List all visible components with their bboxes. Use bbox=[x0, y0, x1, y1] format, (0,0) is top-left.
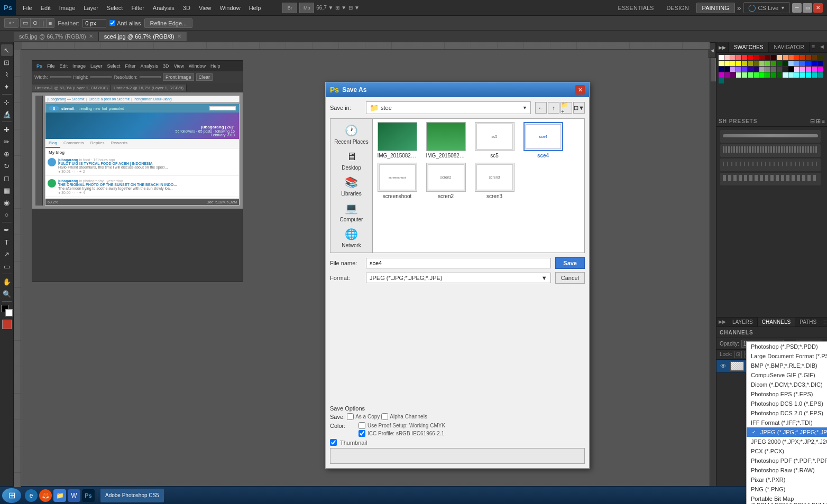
fmt-bmp-label: BMP (*.BMP;*.RLE;*.DIB) bbox=[751, 362, 817, 369]
thumbnail-row: Thumbnail bbox=[330, 439, 585, 446]
libraries-label: Libraries bbox=[341, 191, 361, 197]
fmt-psd[interactable]: Photoshop (*.PSD;*.PDD) bbox=[747, 342, 827, 351]
fmt-eps-dcs2[interactable]: Photoshop DCS 2.0 (*.EPS) bbox=[747, 408, 827, 418]
file-grid: IMG_20150821_1... IMG_20150821_1... bbox=[373, 119, 584, 253]
save-button[interactable]: Save bbox=[555, 257, 585, 269]
fmt-eps-dcs1-label: Photoshop DCS 1.0 (*.EPS) bbox=[751, 400, 823, 407]
save-in-row: Save in: 📁 stee ▼ ← ↑ 📁+ ⊡▼ bbox=[330, 101, 585, 114]
fmt-eps-dcs1[interactable]: Photoshop DCS 1.0 (*.EPS) bbox=[747, 399, 827, 408]
thumbnail-checkbox[interactable] bbox=[330, 439, 337, 446]
save-in-select[interactable]: 📁 stee ▼ bbox=[366, 101, 531, 114]
save-in-arrow[interactable]: ▼ bbox=[522, 105, 527, 110]
fmt-jpeg2000-label: JPEG 2000 (*.JPX;*.JP2;*.J2C;*.J2K;*.JPC… bbox=[751, 438, 827, 445]
computer-nav[interactable]: 💻 Computer bbox=[330, 199, 372, 225]
fmt-psb[interactable]: Large Document Format (*.PSB) bbox=[747, 351, 827, 361]
fmt-pxr-label: Pixar (*.PXR) bbox=[751, 477, 785, 483]
color-label: Color: bbox=[330, 423, 356, 429]
preview-box bbox=[330, 448, 585, 464]
cancel-button[interactable]: Cancel bbox=[555, 272, 585, 284]
file-name-label: File name: bbox=[330, 260, 362, 266]
fmt-pbm[interactable]: Portable Bit Map (*.PBM;*.PGM;*.PPM;*.PN… bbox=[747, 494, 827, 504]
file-item-1[interactable]: IMG_20150821_1... bbox=[376, 122, 418, 158]
file-item-sc5[interactable]: sc5 sc5 bbox=[473, 122, 516, 158]
save-label: Save: bbox=[330, 414, 345, 420]
fmt-iff-label: IFF Format (*.IFF;*.TDI) bbox=[751, 419, 813, 426]
file-name-sce4: sce4 bbox=[537, 153, 549, 158]
nav-back-btn[interactable]: ← bbox=[535, 102, 547, 114]
fmt-pdf-label: Photoshop PDF (*.PDF;*.PDP) bbox=[751, 458, 827, 464]
fmt-gif[interactable]: CompuServe GIF (*.GIF) bbox=[747, 370, 827, 380]
folder-icon: 📁 bbox=[370, 104, 379, 112]
file-thumb-sce4: sce4 bbox=[523, 122, 563, 151]
format-row: Format: JPEG (*.JPG;*.JPEG;*.JPE) ▼ Canc… bbox=[330, 272, 585, 284]
file-row-1: IMG_20150821_1... IMG_20150821_1... bbox=[376, 122, 581, 158]
libraries-nav[interactable]: 📚 Libraries bbox=[330, 173, 372, 199]
file-item-screenshoot[interactable]: screenshoot screenshoot bbox=[376, 163, 418, 199]
fmt-png[interactable]: PNG (*.PNG) bbox=[747, 484, 827, 494]
recent-places-label: Recent Places bbox=[334, 139, 368, 145]
embed-icc-label: ICC Profile: sRGB IEC61966-2.1 bbox=[367, 431, 444, 436]
file-item-sce4[interactable]: sce4 sce4 bbox=[522, 122, 564, 158]
file-name-scren3: scren3 bbox=[486, 193, 502, 199]
color-row: Color: Use Proof Setup: Working CMYK bbox=[330, 422, 585, 429]
recent-places-icon: 🕐 bbox=[343, 123, 360, 138]
icc-label: Use Proof Setup: Working CMYK bbox=[367, 423, 445, 428]
save-options-section: Save Options Save: As a Copy Alpha Chann… bbox=[330, 405, 585, 464]
format-dropdown: Photoshop (*.PSD;*.PDD) Large Document F… bbox=[746, 341, 827, 504]
fmt-psd-label: Photoshop (*.PSD;*.PDD) bbox=[751, 343, 818, 350]
fmt-png-label: PNG (*.PNG) bbox=[751, 486, 785, 492]
fmt-eps-dcs2-label: Photoshop DCS 2.0 (*.EPS) bbox=[751, 410, 823, 416]
fmt-raw-label: Photoshop Raw (*.RAW) bbox=[751, 467, 815, 473]
fmt-dcm-label: Dicom (*.DCM;*.DC3;*.DIC) bbox=[751, 381, 823, 388]
fmt-pxr[interactable]: Pixar (*.PXR) bbox=[747, 475, 827, 484]
file-name-input[interactable] bbox=[366, 258, 551, 268]
nav-up-btn[interactable]: ↑ bbox=[548, 102, 559, 114]
fmt-jpeg[interactable]: ✓ JPEG (*.JPG;*.JPEG;*.JPE) bbox=[747, 427, 827, 437]
fmt-iff[interactable]: IFF Format (*.IFF;*.TDI) bbox=[747, 418, 827, 427]
file-item-scren3[interactable]: scren3 scren3 bbox=[473, 163, 516, 199]
network-icon: 🌐 bbox=[343, 227, 360, 241]
dialog-close-btn[interactable]: ✕ bbox=[575, 85, 585, 95]
desktop-label: Desktop bbox=[342, 165, 361, 171]
file-name-2: IMG_20150821_1... bbox=[426, 153, 466, 158]
file-item-2[interactable]: IMG_20150821_1... bbox=[425, 122, 467, 158]
network-nav[interactable]: 🌐 Network bbox=[330, 225, 372, 250]
fmt-pbm-label: Portable Bit Map (*.PBM;*.PGM;*.PPM;*.PN… bbox=[751, 496, 827, 504]
nav-new-folder-btn[interactable]: 📁+ bbox=[560, 102, 572, 114]
fmt-pdf[interactable]: Photoshop PDF (*.PDF;*.PDP) bbox=[747, 456, 827, 465]
recent-places-nav[interactable]: 🕐 Recent Places bbox=[330, 121, 372, 147]
as-copy-label: As a Copy bbox=[355, 414, 380, 419]
desktop-nav[interactable]: 🖥 Desktop bbox=[330, 147, 372, 173]
format-label: Format: bbox=[330, 275, 362, 281]
save-options: Save Options Save: As a Copy Alpha Chann… bbox=[330, 405, 585, 420]
fmt-raw[interactable]: Photoshop Raw (*.RAW) bbox=[747, 465, 827, 475]
fmt-pcx-label: PCX (*.PCX) bbox=[751, 448, 784, 454]
file-item-scren2[interactable]: scren2 scren2 bbox=[425, 163, 467, 199]
save-in-label: Save in: bbox=[330, 105, 362, 111]
fmt-eps-label: Photoshop EPS (*.EPS) bbox=[751, 391, 813, 397]
save-in-value: stee bbox=[381, 105, 392, 111]
fmt-eps[interactable]: Photoshop EPS (*.EPS) bbox=[747, 389, 827, 399]
fmt-jpeg-label: JPEG (*.JPG;*.JPEG;*.JPE) bbox=[760, 429, 827, 435]
format-value: JPEG (*.JPG;*.JPEG;*.JPE) bbox=[370, 275, 443, 281]
as-copy-checkbox[interactable] bbox=[347, 413, 354, 420]
fmt-pcx[interactable]: PCX (*.PCX) bbox=[747, 446, 827, 456]
format-select[interactable]: JPEG (*.JPG;*.JPEG;*.JPE) ▼ bbox=[366, 273, 551, 283]
fmt-dcm[interactable]: Dicom (*.DCM;*.DC3;*.DIC) bbox=[747, 380, 827, 389]
file-thumb-scren2: scren2 bbox=[426, 163, 466, 192]
fmt-bmp[interactable]: BMP (*.BMP;*.RLE;*.DIB) bbox=[747, 361, 827, 370]
save-checkbox-row: Save: As a Copy Alpha Channels bbox=[330, 413, 585, 420]
fmt-jpeg2000[interactable]: JPEG 2000 (*.JPX;*.JP2;*.J2C;*.J2K;*.JPC… bbox=[747, 437, 827, 446]
embed-icc-checkbox[interactable] bbox=[359, 430, 365, 437]
color-section: Color: Use Proof Setup: Working CMYK ICC… bbox=[330, 422, 585, 437]
dialog-title: Ps Save As bbox=[330, 86, 366, 94]
nav-view-btn[interactable]: ⊡▼ bbox=[573, 102, 585, 114]
computer-label: Computer bbox=[340, 217, 363, 222]
save-options-title: Save Options bbox=[330, 405, 585, 412]
file-name-sc5: sc5 bbox=[490, 153, 499, 158]
icc-profile-checkbox[interactable] bbox=[359, 422, 365, 429]
alpha-checkbox[interactable] bbox=[381, 413, 388, 420]
computer-icon: 💻 bbox=[343, 201, 360, 216]
dialog-titlebar: Ps Save As ✕ bbox=[326, 82, 589, 97]
file-thumb-screenshoot: screenshoot bbox=[378, 163, 417, 192]
